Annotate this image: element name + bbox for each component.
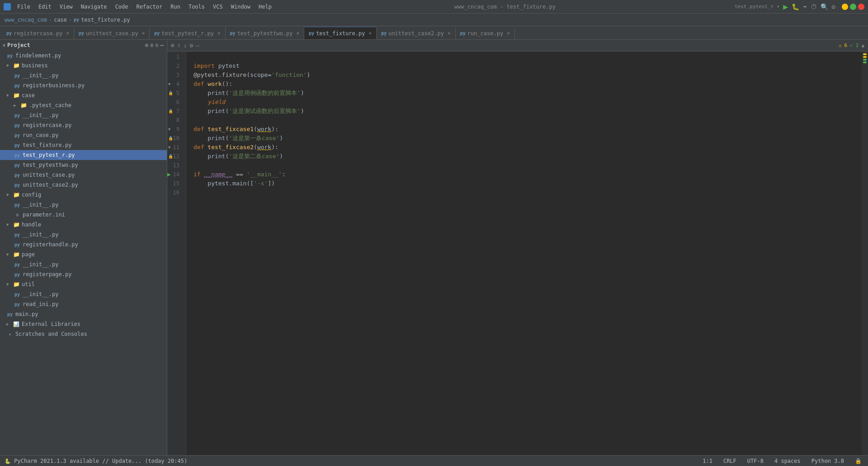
tree-node-label: case — [22, 92, 35, 99]
code-line-16 — [193, 188, 862, 197]
tree-item-external-libs[interactable]: ▶ 📊 External Libraries — [0, 319, 167, 329]
tree-item-case-init[interactable]: py __init__.py — [0, 110, 167, 120]
tab-unittest-case2[interactable]: py unittest_case2.py × — [377, 27, 456, 39]
folder-caret-icon: ▼ — [6, 63, 11, 68]
encoding[interactable]: UTF-8 — [745, 458, 765, 464]
run-button[interactable]: ▶ — [783, 2, 788, 11]
menu-help[interactable]: Help — [255, 3, 275, 11]
tab-registercase[interactable]: py registercase.py × — [2, 27, 74, 39]
tree-item-pytest-cache[interactable]: ▶ 📁 .pytest_cache — [0, 100, 167, 110]
code-content[interactable]: import pytest @pytest.fixture(scope='fun… — [186, 52, 862, 455]
tab-close-icon[interactable]: × — [507, 30, 510, 36]
tab-run-case[interactable]: py run_case.py × — [456, 27, 515, 39]
py-file-icon: py — [14, 151, 21, 159]
menu-navigate[interactable]: Navigate — [77, 3, 111, 11]
tree-item-test-fixture[interactable]: py test_fixture.py — [0, 140, 167, 150]
tree-item-business-init[interactable]: py __init__.py — [0, 71, 167, 80]
tree-item-run-case[interactable]: py run_case.py — [0, 130, 167, 140]
tree-item-unittest-case2[interactable]: py unittest_case2.py — [0, 180, 167, 190]
code-editor[interactable]: 1 2 3 ▼ 4 🔒 5 6 🔒 7 — [167, 52, 868, 455]
tab-close-icon[interactable]: × — [142, 30, 145, 36]
toolbar-expand-icon[interactable]: ⇓ — [184, 42, 187, 49]
tab-close-icon[interactable]: × — [369, 30, 372, 36]
menu-file[interactable]: File — [14, 3, 34, 11]
menu-refactor[interactable]: Refactor — [132, 3, 166, 11]
tab-close-icon[interactable]: × — [448, 30, 451, 36]
tree-item-registerpage[interactable]: py registerpage.py — [0, 269, 167, 279]
tab-test-fixture[interactable]: py test_fixture.py × — [304, 27, 377, 39]
sidebar-dots-icon[interactable]: ⋯ — [160, 42, 164, 49]
tree-item-case[interactable]: ▼ 📁 case — [0, 90, 167, 100]
tree-item-util-init[interactable]: py __init__.py — [0, 289, 167, 299]
tree-item-page-init[interactable]: py __init__.py — [0, 259, 167, 269]
search-everywhere-button[interactable]: 🔍 — [821, 3, 828, 10]
menu-view[interactable]: View — [56, 3, 76, 11]
tab-close-icon[interactable]: × — [66, 30, 69, 36]
editor-scrollbar[interactable] — [862, 52, 868, 455]
sidebar-settings-icon[interactable]: ⚙ — [155, 42, 158, 48]
indent-setting[interactable]: 4 spaces — [773, 458, 802, 464]
debug-button[interactable]: 🐛 — [792, 3, 799, 10]
line-separator[interactable]: CRLF — [722, 458, 738, 464]
py-file-icon: py — [14, 241, 21, 248]
run-config-selector[interactable]: test_pytest_r ▾ — [735, 4, 779, 9]
tree-item-config-init[interactable]: py __init__.py — [0, 200, 167, 210]
sidebar-toolbar-icon[interactable]: ⊕ — [145, 42, 148, 48]
menu-vcs[interactable]: VCS — [209, 3, 226, 11]
cursor-position[interactable]: 1:1 — [701, 458, 714, 464]
tree-item-config[interactable]: ▼ 📁 config — [0, 190, 167, 200]
tab-unittest-case[interactable]: py unittest_case.py × — [74, 27, 150, 39]
project-header[interactable]: ▼ Project ⊕ ≡ ⚙ ⋯ — [0, 40, 167, 51]
maximize-button[interactable]: □ — [850, 4, 856, 10]
menu-run[interactable]: Run — [167, 3, 184, 11]
breadcrumb-filename[interactable]: test_fixture.py — [81, 17, 130, 23]
profile-button[interactable]: ⏱ — [811, 3, 817, 10]
tab-close-icon[interactable]: × — [217, 30, 221, 36]
tree-item-unittest-case[interactable]: py unittest_case.py — [0, 170, 167, 180]
close-button[interactable]: × — [858, 4, 864, 10]
toolbar-collapse-icon[interactable]: ⇑ — [177, 42, 181, 49]
menu-edit[interactable]: Edit — [35, 3, 55, 11]
param-work: work — [257, 125, 271, 134]
tree-item-read-ini[interactable]: py read_ini.py — [0, 299, 167, 309]
tree-item-util[interactable]: ▼ 📁 util — [0, 279, 167, 289]
python-version[interactable]: Python 3.8 — [810, 458, 846, 464]
dunder-name: __name__ — [204, 170, 232, 179]
tree-item-business[interactable]: ▼ 📁 business — [0, 61, 167, 71]
settings-button[interactable]: ⚙ — [832, 3, 835, 10]
tree-item-scratches[interactable]: ✦ Scratches and Consoles — [0, 329, 167, 339]
menu-code[interactable]: Code — [112, 3, 132, 11]
tree-item-main[interactable]: py main.py — [0, 309, 167, 319]
tree-item-registercase[interactable]: py registercase.py — [0, 120, 167, 130]
editor-up-icon[interactable]: ▲ — [861, 42, 864, 48]
tree-item-handle[interactable]: ▼ 📁 handle — [0, 220, 167, 230]
pycharm-icon: 🐍 — [5, 458, 11, 464]
tree-item-registerbusiness[interactable]: py registerbusiness.py — [0, 80, 167, 90]
tree-item-handle-init[interactable]: py __init__.py — [0, 230, 167, 240]
breadcrumb-project[interactable]: www_cncaq_com — [5, 17, 47, 23]
breadcrumb-case[interactable]: case — [54, 17, 67, 23]
tree-item-registerhandle[interactable]: py registerhandle.py — [0, 240, 167, 249]
minimize-button[interactable]: − — [842, 4, 848, 10]
tab-test-pytesttwo[interactable]: py test_pytesttwo.py × — [226, 27, 305, 39]
tab-test-pytest-r[interactable]: py test_pytest_r.py × — [150, 27, 225, 39]
ok-indicator-1 — [863, 59, 867, 61]
py-file-icon: py — [14, 132, 21, 139]
tree-item-parameter-ini[interactable]: ⚙ parameter.ini — [0, 210, 167, 220]
tree-item-findelement[interactable]: py findelement.py — [0, 51, 167, 61]
tree-item-test-pytest-r[interactable]: py test_pytest_r.py — [0, 150, 167, 160]
tab-label: test_pytesttwo.py — [237, 30, 293, 37]
code-line-13 — [193, 161, 862, 170]
lock-status-icon[interactable]: 🔒 — [853, 458, 863, 464]
tree-item-page[interactable]: ▼ 📁 page — [0, 249, 167, 259]
tree-item-test-pytesttwo[interactable]: py test_pytesttwo.py — [0, 160, 167, 170]
menu-tools[interactable]: Tools — [185, 3, 208, 11]
toolbar-add-icon[interactable]: ⊕ — [171, 42, 175, 49]
folder-caret-icon: ▼ — [6, 222, 11, 227]
sidebar-collapse-icon[interactable]: ≡ — [150, 42, 153, 48]
menu-window[interactable]: Window — [227, 3, 254, 11]
breadcrumb-sep2: › — [69, 17, 72, 23]
tab-close-icon[interactable]: × — [296, 30, 299, 36]
coverage-button[interactable]: ☂ — [803, 3, 807, 10]
toolbar-settings2-icon[interactable]: ⚙ — [189, 42, 193, 49]
